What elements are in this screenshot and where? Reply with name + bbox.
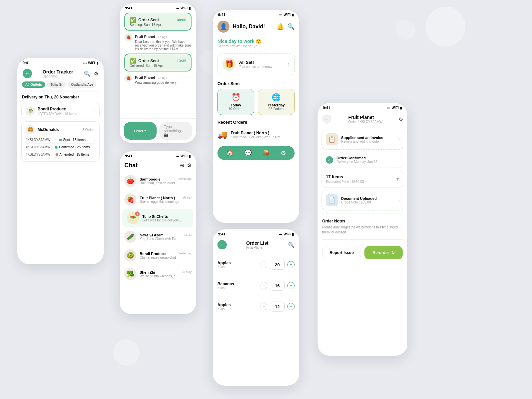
tab-outlandia[interactable]: Outlandia Ave xyxy=(68,81,97,88)
report-issue-button[interactable]: Report Issue xyxy=(322,246,361,259)
phone-order-sent: 9:41 ▪▪▪ WiFi ▮ ✅ Order Sent 08:00 Sendi… xyxy=(120,3,196,143)
order-tracker-subtitle: Upcoming xyxy=(43,74,73,78)
action-row: Report Issue Re-order ↻ xyxy=(318,242,407,263)
bell-icon[interactable]: 🔔 xyxy=(277,23,284,30)
sent-time-1: 08:00 xyxy=(177,18,186,22)
invoice-card[interactable]: 📋 Supplier sent an invoice Review and ad… xyxy=(322,129,403,150)
back-button[interactable]: ← xyxy=(23,69,32,78)
order-tracker-title: Order Tracker xyxy=(43,69,73,74)
recent-order-1[interactable]: 🚚 Fruit Planet ( North ) Confirmed · Del… xyxy=(213,127,299,143)
battery-icon: ▮ xyxy=(96,61,98,65)
qty-increase-1[interactable]: + xyxy=(287,261,295,268)
delivery-date: Delivery on Thu, 20 November xyxy=(17,93,104,101)
recent-orders-label: Recent Orders xyxy=(217,120,247,125)
box-nav-icon[interactable]: 📦 xyxy=(262,149,270,157)
confirmed-title: Order Confirmed xyxy=(336,156,377,160)
qty-decrease-2[interactable]: − xyxy=(260,282,267,289)
qty-increase-2[interactable]: + xyxy=(287,282,295,289)
back-button-6[interactable]: ← xyxy=(322,114,332,124)
order-sent-card-1[interactable]: ✅ Order Sent 08:00 Sending: Sun, 15 Apr xyxy=(124,13,192,31)
chat-samfooedie[interactable]: 🍅 Samfooedie 20Min ago Hola man, how do … xyxy=(120,172,196,190)
chat-nav-icon[interactable]: 💬 xyxy=(244,149,252,157)
items-price: Estimated Price : $530.00 xyxy=(326,180,364,184)
qty-input-3[interactable] xyxy=(270,302,285,312)
chat-bondi[interactable]: 🥝 Bondi Produce Yesterday Olish created … xyxy=(120,246,196,265)
bondi-chevron: › xyxy=(94,109,95,113)
status-time-1: 9:41 xyxy=(23,61,30,65)
all-set-chevron: › xyxy=(288,61,290,67)
order-item-amended[interactable]: #KSLDYSJAMW Amended · 15 Items › xyxy=(26,151,95,158)
add-chat-icon[interactable]: ⊕ xyxy=(180,162,184,169)
fp-avatar-1: 🍓 xyxy=(124,33,132,41)
sent-time-2: 13:35 xyxy=(177,59,186,63)
gift-icon: 🎁 xyxy=(222,58,236,71)
wifi-icon-3: WiFi xyxy=(181,154,188,158)
chat-msg-1: 🍓 Fruit Planet 1h ago Dear Leanne, thank… xyxy=(124,33,192,51)
order-sent-card-2[interactable]: ✅ Order Sent 13:35 Delivered: Sun, 15 Ap… xyxy=(124,54,192,71)
search-icon[interactable]: 🔍 xyxy=(84,70,90,77)
tulip-avatar: 🥗 4 xyxy=(127,212,139,224)
share-icon[interactable]: ⎋ xyxy=(399,116,403,122)
invoice-chevron: › xyxy=(398,137,400,142)
chat-fruit-planet-north[interactable]: 🍓 Fruit Planet ( North ) 1h ago Broken e… xyxy=(120,190,196,209)
tab-tulip-st[interactable]: Tulip St xyxy=(47,81,66,88)
item-unit-3: Kilos xyxy=(217,307,231,311)
recent-status-1: Confirmed · Delivery : Wed, 7 Oct xyxy=(231,135,280,139)
fp-avatar-2: 🍓 xyxy=(124,74,132,82)
order-item-sent[interactable]: #KSLDYSJAMW Sent · 15 Items › xyxy=(26,136,95,144)
invoice-icon: 📋 xyxy=(326,133,338,145)
chat-nawf[interactable]: 🥒 Nawf El Azam 16:30 Yes, Let's Check wi… xyxy=(120,227,196,246)
confirmed-card[interactable]: ✓ Order Confirmed Delivery on Monday, Ju… xyxy=(322,152,403,168)
chat-tulip-st-chefts[interactable]: 🥗 4 Tulip St Chefts Let's wait for the d… xyxy=(122,209,194,227)
wifi-icon-5: WiFi xyxy=(284,232,291,236)
settings-nav-icon[interactable]: ⚙ xyxy=(281,149,286,157)
filter-icon[interactable]: ⚙ xyxy=(94,70,98,77)
yesterday-stat-card[interactable]: 🌐 Yesterday 15 Orders xyxy=(258,89,295,115)
mcdonalds-card[interactable]: 🍔 McDonalds 3 Orders #KSLDYSJAMW Sent · … xyxy=(21,121,100,162)
qty-input-1[interactable] xyxy=(270,260,285,270)
bondi-name: Bondi Produce xyxy=(38,107,77,111)
yesterday-label: Yesterday xyxy=(262,103,290,107)
battery-icon-4: ▮ xyxy=(292,13,294,17)
home-nav-icon[interactable]: 🏠 xyxy=(226,149,233,157)
signal-icon-5: ▪▪▪ xyxy=(279,232,282,236)
document-card[interactable]: 📄 Document Uploaded Credit Note : $89.00… xyxy=(322,190,403,210)
more-options-icon[interactable]: ⋮ xyxy=(289,80,295,87)
bondi-produce-card[interactable]: 🥬 Bondi Produce #QTEYJAKDAH · 16 Items › xyxy=(21,103,100,119)
qty-decrease-3[interactable]: − xyxy=(260,303,267,310)
chat-shen-zhi[interactable]: 🥦 Shen Zhi 28 May We went into kitchens,… xyxy=(120,265,196,283)
phone-dashboard: 9:41 ▪▪▪ WiFi ▮ 👤 Hallo, David! 🔔 🔍 Nice… xyxy=(213,10,299,223)
confirmed-check-icon: ✓ xyxy=(326,156,333,164)
yesterday-count: 15 Orders xyxy=(262,107,290,111)
reorder-button[interactable]: Re-order ↻ xyxy=(364,246,403,259)
confirmed-sub: Delivery on Monday, Jun 16 xyxy=(336,160,377,164)
search-icon-5[interactable]: 🔍 xyxy=(288,242,295,248)
filter-chat-icon[interactable]: ⚙ xyxy=(187,162,192,169)
qty-increase-3[interactable]: + xyxy=(287,303,295,310)
status-dot-amended xyxy=(56,153,58,156)
status-time-4: 9:41 xyxy=(218,13,225,17)
search-icon-4[interactable]: 🔍 xyxy=(287,23,295,30)
supplier-order-id: Order #KSLDYSJAMW xyxy=(348,120,383,124)
sent-title-1: Order Sent xyxy=(138,18,159,22)
wifi-icon-6: WiFi xyxy=(392,106,399,110)
type-input[interactable]: Type something.. 📷 xyxy=(159,122,192,140)
status-dot-confirmed xyxy=(55,146,58,149)
battery-icon-3: ▮ xyxy=(189,154,191,158)
order-list-title: Order List xyxy=(246,240,269,246)
qty-decrease-1[interactable]: − xyxy=(260,261,267,268)
tab-all-outlets[interactable]: All Outlets xyxy=(22,81,45,88)
user-avatar: 👤 xyxy=(217,21,229,33)
today-stat-card[interactable]: ⏰ Today 10 Orders xyxy=(217,89,254,115)
signal-icon-4: ▪▪▪ xyxy=(279,13,282,17)
sent-sub-2: Delivered: Sun, 15 Apr xyxy=(130,64,186,67)
item-unit-2: Kilos xyxy=(217,286,234,290)
order-item-confirmed[interactable]: #KSLDYSJAMW Confirmed · 25 Items › xyxy=(26,144,95,151)
back-button-5[interactable]: ← xyxy=(217,240,227,249)
expand-icon[interactable]: ▾ xyxy=(396,176,399,182)
qty-input-2[interactable] xyxy=(270,281,285,291)
all-set-card[interactable]: 🎁 All Set! 7 deliveries tommorow › xyxy=(217,53,295,75)
send-button[interactable]: Order ≡ xyxy=(124,122,157,140)
bondi-chat-avatar: 🥝 xyxy=(124,249,136,261)
wifi-icon-2: WiFi xyxy=(181,6,188,10)
